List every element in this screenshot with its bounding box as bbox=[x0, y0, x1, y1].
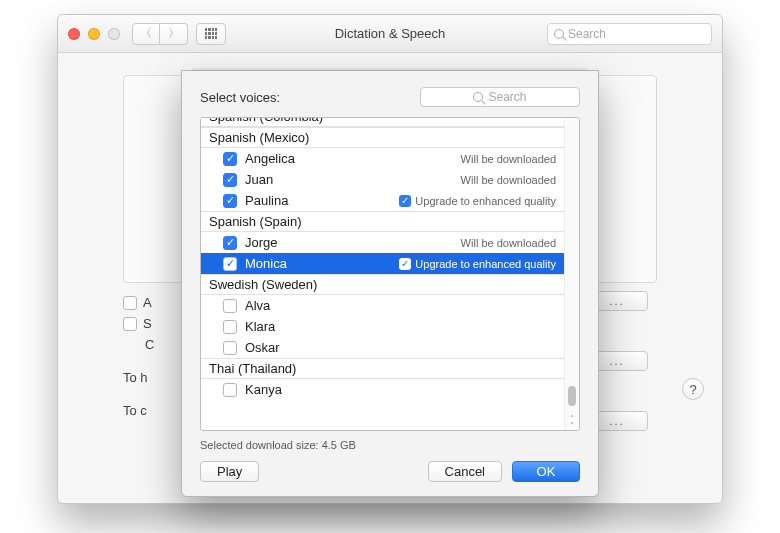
voice-name: Klara bbox=[245, 319, 275, 334]
sheet-search-field[interactable]: Search bbox=[420, 87, 580, 107]
voice-checkbox[interactable] bbox=[223, 194, 237, 208]
search-placeholder: Search bbox=[568, 27, 606, 41]
upgrade-checkbox[interactable] bbox=[399, 195, 411, 207]
forward-button[interactable]: 〉 bbox=[160, 23, 188, 45]
chevron-up-icon: ˄ bbox=[570, 415, 574, 422]
voice-group-header: Thai (Thailand) bbox=[201, 358, 564, 379]
option-text: A bbox=[143, 295, 152, 310]
help-button[interactable]: ? bbox=[682, 378, 704, 400]
checkbox[interactable] bbox=[123, 317, 137, 331]
sheet-title: Select voices: bbox=[200, 90, 280, 105]
voice-note: Will be downloaded bbox=[461, 174, 556, 186]
grid-icon bbox=[205, 28, 217, 40]
voice-name: Oskar bbox=[245, 340, 280, 355]
voice-note: Upgrade to enhanced quality bbox=[399, 258, 556, 270]
option-text: S bbox=[143, 316, 152, 331]
cancel-button[interactable]: Cancel bbox=[428, 461, 502, 482]
sheet-header: Select voices: Search bbox=[200, 87, 580, 107]
voice-checkbox[interactable] bbox=[223, 236, 237, 250]
voice-checkbox[interactable] bbox=[223, 173, 237, 187]
voice-checkbox[interactable] bbox=[223, 257, 237, 271]
voice-name: Paulina bbox=[245, 193, 288, 208]
voice-note: Will be downloaded bbox=[461, 153, 556, 165]
zoom-window-button[interactable] bbox=[108, 28, 120, 40]
voice-row[interactable]: AngelicaWill be downloaded bbox=[201, 148, 564, 169]
checkbox[interactable] bbox=[123, 296, 137, 310]
voice-checkbox[interactable] bbox=[223, 152, 237, 166]
option-text: C bbox=[145, 337, 154, 352]
voice-name: Alva bbox=[245, 298, 270, 313]
toolbar-nav: 〈 〉 bbox=[132, 23, 188, 45]
voice-checkbox[interactable] bbox=[223, 320, 237, 334]
voice-row[interactable]: MonicaUpgrade to enhanced quality bbox=[201, 253, 564, 274]
search-icon bbox=[473, 92, 483, 102]
window-titlebar: 〈 〉 Dictation & Speech Search bbox=[58, 15, 722, 53]
voice-row[interactable]: Alva bbox=[201, 295, 564, 316]
back-button[interactable]: 〈 bbox=[132, 23, 160, 45]
minimize-window-button[interactable] bbox=[88, 28, 100, 40]
voice-row[interactable]: PaulinaUpgrade to enhanced quality bbox=[201, 190, 564, 211]
voice-note: Upgrade to enhanced quality bbox=[399, 195, 556, 207]
voice-checkbox[interactable] bbox=[223, 383, 237, 397]
voice-note: Will be downloaded bbox=[461, 237, 556, 249]
search-placeholder: Search bbox=[488, 90, 526, 104]
voices-list-content[interactable]: Spanish (Colombia)Spanish (Mexico)Angeli… bbox=[201, 118, 579, 430]
close-window-button[interactable] bbox=[68, 28, 80, 40]
ok-button[interactable]: OK bbox=[512, 461, 580, 482]
show-all-button[interactable] bbox=[196, 23, 226, 45]
window-controls bbox=[68, 28, 120, 40]
download-size-label: Selected download size: 4.5 GB bbox=[200, 439, 580, 451]
voice-group-header: Spanish (Spain) bbox=[201, 211, 564, 232]
scrollbar-stepper[interactable]: ˄ ˅ bbox=[564, 414, 579, 430]
chevron-down-icon: ˅ bbox=[570, 422, 574, 429]
voice-row[interactable]: JorgeWill be downloaded bbox=[201, 232, 564, 253]
play-button[interactable]: Play bbox=[200, 461, 259, 482]
window-title: Dictation & Speech bbox=[335, 26, 446, 41]
upgrade-checkbox[interactable] bbox=[399, 258, 411, 270]
voice-checkbox[interactable] bbox=[223, 299, 237, 313]
voice-selection-sheet: Select voices: Search Spanish (Colombia)… bbox=[181, 70, 599, 497]
voice-row[interactable]: Oskar bbox=[201, 337, 564, 358]
voice-name: Jorge bbox=[245, 235, 278, 250]
toolbar-search-field[interactable]: Search bbox=[547, 23, 712, 45]
voice-checkbox[interactable] bbox=[223, 341, 237, 355]
voice-name: Angelica bbox=[245, 151, 295, 166]
voice-group-header: Spanish (Colombia) bbox=[201, 118, 564, 127]
voice-group-header: Swedish (Sweden) bbox=[201, 274, 564, 295]
voice-row[interactable]: Klara bbox=[201, 316, 564, 337]
voice-row[interactable]: JuanWill be downloaded bbox=[201, 169, 564, 190]
voice-row[interactable]: Kanya bbox=[201, 379, 564, 400]
voice-name: Monica bbox=[245, 256, 287, 271]
voice-group-header: Spanish (Mexico) bbox=[201, 127, 564, 148]
voices-listbox: Spanish (Colombia)Spanish (Mexico)Angeli… bbox=[200, 117, 580, 431]
scrollbar-track[interactable]: ˄ ˅ bbox=[564, 118, 579, 430]
search-icon bbox=[554, 29, 564, 39]
sheet-footer: Play Cancel OK bbox=[200, 461, 580, 482]
scrollbar-thumb[interactable] bbox=[568, 386, 576, 406]
voice-name: Kanya bbox=[245, 382, 282, 397]
voice-name: Juan bbox=[245, 172, 273, 187]
